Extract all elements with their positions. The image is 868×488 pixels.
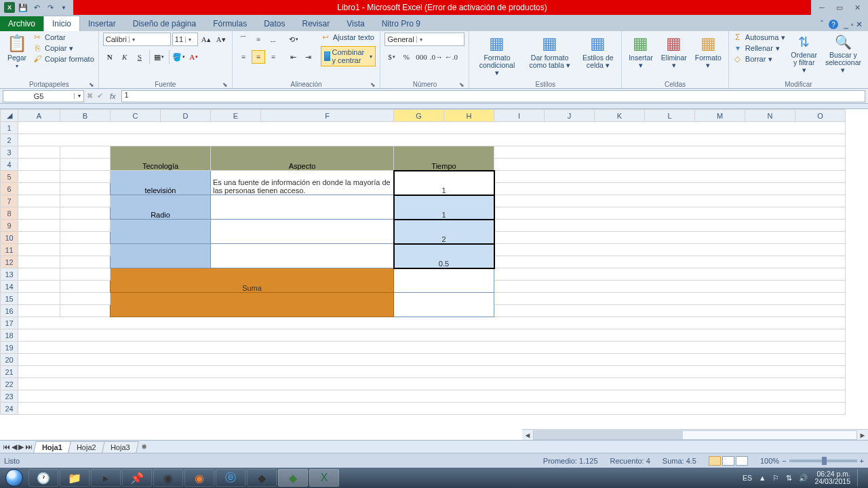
formula-input[interactable]: 1 (121, 90, 865, 102)
cell[interactable] (111, 244, 211, 268)
row-header[interactable]: 24 (1, 403, 18, 415)
borders-icon[interactable]: ▦▾ (153, 50, 166, 64)
fill-color-icon[interactable]: 🪣▾ (172, 50, 186, 64)
spreadsheet-grid[interactable]: ◢ A B C D E F G H I J K L M N O 1 2 3 Te… (0, 109, 868, 440)
window-options-icon[interactable]: ⎯ ▫ ✕ (844, 20, 863, 29)
font-name-combo[interactable]: Calibri▾ (103, 33, 171, 46)
font-color-icon[interactable]: A▾ (187, 50, 201, 64)
cell-selected[interactable]: 1 (394, 171, 494, 195)
increase-indent-icon[interactable]: ⇥ (302, 50, 315, 64)
close-icon[interactable]: ✕ (852, 3, 863, 12)
tab-view[interactable]: Vista (338, 16, 373, 31)
prev-sheet-icon[interactable]: ◀ (12, 443, 17, 451)
select-all-corner[interactable]: ◢ (1, 110, 18, 122)
tray-clock[interactable]: 06:24 p.m.24/03/2015 (814, 470, 850, 485)
save-icon[interactable]: 💾 (18, 2, 28, 13)
find-select-button[interactable]: 🔍Buscar y seleccionar ▾ (823, 33, 864, 75)
taskbar-chrome[interactable]: ◉ (153, 469, 183, 487)
row-header[interactable]: 17 (1, 317, 18, 329)
tab-review[interactable]: Revisar (294, 16, 339, 31)
accept-formula-icon[interactable]: ✔ (96, 92, 104, 100)
minimize-ribbon-icon[interactable]: ˆ (821, 20, 823, 29)
orientation-icon[interactable]: ⟲▾ (287, 33, 300, 46)
tab-insert[interactable]: Insertar (80, 16, 125, 31)
format-painter-button[interactable]: 🖌Copiar formato (33, 54, 94, 64)
cell[interactable]: Radio (111, 195, 211, 220)
col-header[interactable]: E (211, 110, 261, 122)
col-header[interactable]: N (745, 110, 795, 122)
align-top-icon[interactable]: ⎴ (237, 33, 250, 46)
cell[interactable] (211, 195, 394, 220)
autosum-button[interactable]: ΣAutosuma ▾ (733, 33, 786, 42)
taskbar-app1[interactable]: ◆ (247, 469, 277, 487)
col-header[interactable]: M (695, 110, 745, 122)
taskbar-firefox[interactable]: ◉ (184, 469, 214, 487)
first-sheet-icon[interactable]: ⏮ (3, 443, 10, 451)
fx-icon[interactable]: fx (106, 92, 120, 100)
cell[interactable]: 1 (394, 195, 494, 220)
redo-icon[interactable]: ↷ (45, 2, 56, 13)
row-header[interactable]: 10 (1, 232, 18, 244)
cell[interactable]: 0.5 (394, 244, 494, 268)
col-header[interactable]: B (60, 110, 111, 122)
row-header[interactable]: 19 (1, 342, 18, 354)
italic-button[interactable]: K (118, 50, 132, 64)
show-desktop[interactable] (857, 469, 863, 487)
align-right-icon[interactable]: ≡ (267, 50, 280, 64)
scroll-left-icon[interactable]: ◄ (522, 431, 533, 439)
decrease-indent-icon[interactable]: ⇤ (287, 50, 300, 64)
dialog-launcher-icon[interactable]: ⬊ (459, 81, 465, 88)
taskbar-app2[interactable]: ◆ (278, 469, 308, 487)
col-header[interactable]: F (261, 110, 394, 122)
grow-font-icon[interactable]: A▴ (199, 33, 213, 46)
next-sheet-icon[interactable]: ▶ (18, 443, 24, 451)
underline-button[interactable]: S (133, 50, 146, 64)
fill-button[interactable]: ▾Rellenar ▾ (733, 43, 786, 53)
cancel-formula-icon[interactable]: ✖ (85, 92, 94, 100)
col-header[interactable]: H (444, 110, 494, 122)
cell[interactable] (111, 220, 211, 244)
merge-center-button[interactable]: Combinar y centrar▾ (321, 46, 376, 66)
scroll-thumb[interactable] (534, 431, 683, 439)
tray-lang[interactable]: ES (743, 474, 752, 482)
col-header[interactable]: D (161, 110, 211, 122)
zoom-level[interactable]: 100% (760, 457, 779, 465)
cell[interactable]: Suma (111, 268, 394, 293)
dialog-launcher-icon[interactable]: ⬊ (89, 81, 94, 88)
tab-file[interactable]: Archivo (0, 16, 43, 31)
font-size-combo[interactable]: 11▾ (172, 33, 198, 46)
start-button[interactable] (1, 468, 27, 487)
row-header[interactable]: 5 (1, 171, 18, 183)
decrease-decimal-icon[interactable]: ←.0 (444, 50, 458, 64)
cell[interactable] (394, 293, 494, 317)
cell[interactable]: Es una fuente de información en donde la… (211, 171, 394, 195)
taskbar-media[interactable]: ▸ (91, 469, 121, 487)
shrink-font-icon[interactable]: A▾ (214, 33, 228, 46)
align-center-icon[interactable]: ≡ (252, 50, 265, 64)
cell[interactable]: Tecnología (111, 146, 211, 171)
row-header[interactable]: 20 (1, 354, 18, 366)
tab-layout[interactable]: Diseño de página (125, 16, 205, 31)
row-header[interactable]: 3 (1, 146, 18, 159)
row-header[interactable]: 7 (1, 195, 18, 207)
zoom-out-icon[interactable]: − (782, 457, 786, 465)
col-header[interactable]: G (394, 110, 444, 122)
col-header[interactable]: O (795, 110, 846, 122)
tab-formulas[interactable]: Fórmulas (205, 16, 256, 31)
minimize-icon[interactable]: ─ (816, 3, 827, 12)
row-header[interactable]: 11 (1, 244, 18, 256)
col-header[interactable]: C (111, 110, 161, 122)
tray-volume-icon[interactable]: 🔊 (799, 474, 808, 483)
number-format-combo[interactable]: General▾ (384, 33, 465, 46)
taskbar-explorer[interactable]: 📁 (60, 469, 90, 487)
page-layout-view-icon[interactable] (722, 456, 734, 466)
cell[interactable] (394, 268, 494, 293)
row-header[interactable]: 4 (1, 159, 18, 171)
col-header[interactable]: K (595, 110, 645, 122)
clear-button[interactable]: ◇Borrar ▾ (733, 54, 786, 64)
comma-icon[interactable]: 000 (414, 50, 428, 64)
insert-cells-button[interactable]: ▦Insertar▾ (626, 33, 656, 70)
col-header[interactable]: L (645, 110, 695, 122)
zoom-in-icon[interactable]: + (860, 457, 864, 465)
restore-icon[interactable]: ▭ (834, 3, 845, 12)
